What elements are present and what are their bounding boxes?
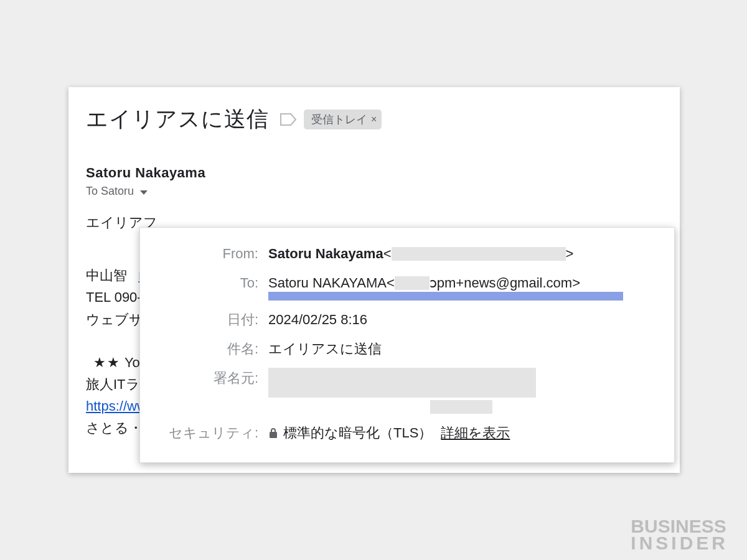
message-details-popover: From: Satoru Nakayama < > To: Satoru NAK… bbox=[139, 227, 675, 463]
redacted-to-prefix bbox=[395, 276, 430, 290]
label-date: 日付: bbox=[154, 309, 268, 330]
label-subject: 件名: bbox=[154, 338, 268, 359]
value-from: Satoru Nakayama < > bbox=[268, 243, 573, 264]
business-insider-watermark: BUSINESS INSIDER bbox=[631, 518, 728, 551]
label-tag-icon[interactable] bbox=[280, 113, 296, 126]
label-from: From: bbox=[154, 243, 268, 264]
value-security: 標準的な暗号化（TLS） 詳細を表示 bbox=[268, 422, 510, 443]
sender-block: Satoru Nakayama To Satoru bbox=[68, 140, 680, 198]
subject-line: エイリアスに送信 受信トレイ × bbox=[68, 87, 680, 140]
value-to: Satoru NAKAYAMA < ɔpm+news@gmail.com> bbox=[268, 273, 623, 301]
inbox-chip[interactable]: 受信トレイ × bbox=[304, 110, 382, 129]
details-row-date: 日付: 2024/02/25 8:16 bbox=[154, 305, 660, 334]
subject-text: エイリアスに送信 bbox=[86, 105, 269, 134]
to-summary-text: To Satoru bbox=[86, 185, 134, 198]
redacted-signed-by-2 bbox=[430, 400, 492, 414]
watermark-line-2: INSIDER bbox=[631, 534, 728, 551]
redacted-signed-by bbox=[268, 368, 536, 398]
lock-icon bbox=[268, 427, 278, 439]
value-subject: エイリアスに送信 bbox=[268, 338, 382, 359]
label-signed: 署名元: bbox=[154, 368, 268, 388]
selection-highlight-bar bbox=[268, 292, 623, 301]
details-row-to: To: Satoru NAKAYAMA < ɔpm+news@gmail.com… bbox=[154, 268, 660, 305]
value-date: 2024/02/25 8:16 bbox=[268, 309, 367, 330]
details-row-from: From: Satoru Nakayama < > bbox=[154, 239, 660, 268]
sender-name: Satoru Nakayama bbox=[86, 165, 662, 181]
details-row-signed: 署名元: bbox=[154, 363, 660, 418]
inbox-chip-label: 受信トレイ bbox=[311, 112, 367, 127]
expand-details-icon[interactable] bbox=[140, 190, 148, 195]
watermark-line-1: BUSINESS bbox=[631, 518, 728, 534]
to-summary-line[interactable]: To Satoru bbox=[86, 185, 662, 198]
svg-rect-0 bbox=[270, 432, 277, 438]
details-row-subject: 件名: エイリアスに送信 bbox=[154, 334, 660, 363]
label-security: セキュリティ: bbox=[154, 422, 268, 443]
details-row-security: セキュリティ: 標準的な暗号化（TLS） 詳細を表示 bbox=[154, 418, 660, 447]
redacted-from-email bbox=[392, 247, 566, 261]
label-to: To: bbox=[154, 273, 268, 293]
value-signed bbox=[268, 368, 536, 414]
security-details-link[interactable]: 詳細を表示 bbox=[441, 422, 510, 443]
chip-remove-icon[interactable]: × bbox=[371, 114, 377, 125]
